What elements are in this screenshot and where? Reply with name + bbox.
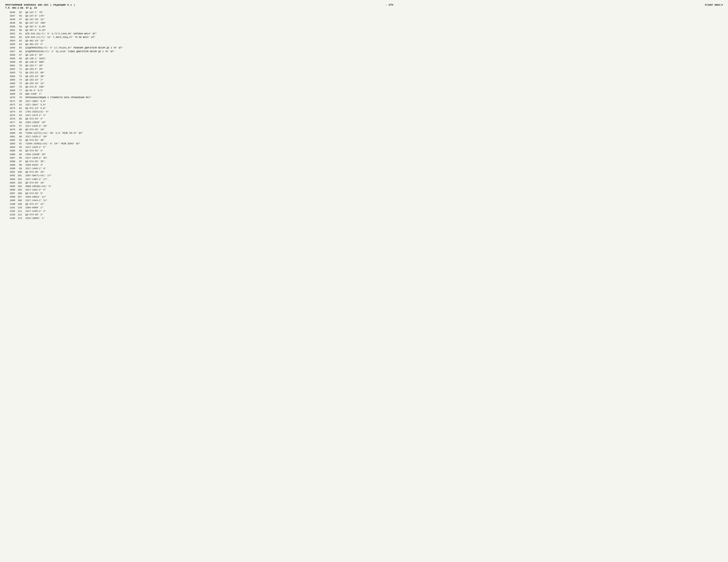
row-desc: Ц85-1169' 1* — [25, 92, 723, 96]
table-row: 1089 98 1504-6410' 4* — [5, 163, 723, 167]
table-row: 1054 63 Ц8-461-19' 21* — [5, 39, 723, 43]
table-row: 1049 58 Ц8-147-14' 180* — [5, 21, 723, 25]
table-row: 1061 70 Ц8-153-7' 28* — [5, 64, 723, 67]
row-desc: Ц8-574-55' 35*. — [25, 160, 723, 163]
table-row: 1092 101 1507-5047(=14)' 17* — [5, 174, 723, 177]
row-num2: 81 — [16, 103, 25, 107]
row-desc: 1701-3325(14)' 4* — [25, 110, 723, 114]
table-row: 1066 75 Ц8-153-16' 12* — [5, 82, 723, 85]
row-num2: 108 — [16, 199, 25, 202]
row-num1: 1048 — [5, 18, 16, 21]
row-desc: Т1504-12272(=14)' 56' 5,6' РЕЛЕ ПЗ-37' Ш… — [25, 131, 723, 135]
row-desc: Ц8-147-7' 70* — [25, 11, 723, 14]
row-desc: 1504-12025' 10* — [25, 121, 723, 124]
row-num1: 1077 — [5, 121, 16, 124]
table-row: 1076 85 Ц8-574-54' 4* — [5, 117, 723, 121]
row-num1: 1099 — [5, 199, 16, 202]
row-num1: 1074 — [5, 110, 16, 114]
table-row: 1052 61 ЦТ8-534-15(=7)' 9' 4,71*2,14#0,0… — [5, 32, 723, 36]
row-num2: 106 — [16, 192, 25, 195]
row-num2: 113 — [16, 216, 25, 220]
table-row: 1046 55 Ц8-147-7' 70* — [5, 11, 723, 14]
row-desc: Ц8-153-14' 30* — [25, 75, 723, 78]
row-num1: 1069 — [5, 92, 16, 96]
table-row: 1060 69 Ц8-148-9' 600* — [5, 60, 723, 64]
row-num1: 1068 — [5, 89, 16, 92]
row-desc: ЦТЦБПРИЛ1П150(=7)' 4' 19,1#18' СУШКА ДВИ… — [25, 50, 723, 53]
row-num1: 1079 — [5, 128, 16, 131]
table-row: 1062 71 Ц8-153-5' 20* — [5, 67, 723, 71]
row-num1: 1085 — [5, 149, 16, 153]
row-num1: 1078 — [5, 124, 16, 128]
row-desc: 1524-19061' 1* — [25, 216, 723, 220]
row-num1: 1061 — [5, 64, 16, 67]
row-num2: 95 — [16, 153, 25, 156]
row-num1: 1047 — [5, 14, 16, 18]
row-num1: 1072 — [5, 103, 16, 107]
row-desc: Ц8-153-5' 20* — [25, 67, 723, 71]
row-desc: 1517-1429-2' 5* — [25, 145, 723, 149]
table-row: 1079 88 Ц8-574-55' 10* — [5, 128, 723, 131]
row-num1: 1059 — [5, 57, 16, 60]
row-num2: 100 — [16, 170, 25, 174]
row-num1: 1098 — [5, 195, 16, 199]
row-desc: 1504-6409' 1* — [25, 206, 723, 209]
row-num2: 79 — [16, 96, 25, 99]
row-num1: 1051 — [5, 29, 16, 32]
row-num1: 1060 — [5, 60, 16, 64]
row-num1: 1091 — [5, 170, 16, 174]
row-num2: 110 — [16, 206, 25, 209]
row-num1: 1103 — [5, 213, 16, 216]
row-desc: 1504-18011' 11* — [25, 195, 723, 199]
row-desc: Ц8-461-24' 4* — [25, 43, 723, 46]
row-num1: 1094 — [5, 181, 16, 185]
row-num2: 99 — [16, 167, 25, 170]
row-num1: 1101 — [5, 206, 16, 209]
row-num2: 62 — [16, 36, 25, 39]
table-row: 1072 81 1517-1041' 5,8* — [5, 103, 723, 107]
row-desc: 1517-1446-2' 4* — [25, 167, 723, 170]
row-desc: 1517-1429-2' 10* — [25, 124, 723, 128]
row-num1: 1050 — [5, 25, 16, 29]
table-row: 1068 77 Ц8-91-4' 0,5* — [5, 89, 723, 92]
row-num2: 86 — [16, 121, 25, 124]
table-row: 1100 109 Ц8-574-47' 11* — [5, 202, 723, 206]
table-row: 1073 82 Ц8-571-13' 5,8* — [5, 107, 723, 110]
row-num2: 109 — [16, 202, 25, 206]
row-desc: Ц8-574-50' 16* — [25, 170, 723, 174]
row-desc: 1517-1429-2' 35* — [25, 156, 723, 160]
row-desc: 1517-1429-2' 36* — [25, 135, 723, 138]
row-num2: 101 — [16, 174, 25, 177]
row-num1: 1066 — [5, 82, 16, 85]
table-row: 1080 89 Т1504-12272(=14)' 56' 5,6' РЕЛЕ … — [5, 131, 723, 135]
table-row: 1088 97 Ц8-574-55' 35*. — [5, 160, 723, 163]
row-num2: 107 — [16, 195, 25, 199]
table-row: 1064 73 Ц8-153-14' 30* — [5, 75, 723, 78]
table-row: 1099 108 1517-1444-2' 11* — [5, 199, 723, 202]
row-num1: 1102 — [5, 209, 16, 213]
row-desc: Ц8-472-6' 150* — [25, 85, 723, 89]
table-row: 1098 107 1504-18011' 11* — [5, 195, 723, 199]
row-num1: 1064 — [5, 75, 16, 78]
table-row: 1086 95 1504-15109' 35* — [5, 153, 723, 156]
row-num1: 1065 — [5, 78, 16, 82]
row-desc: Ц8-153-13' 66* — [25, 71, 723, 75]
row-desc: Ц8-147-10' 12* — [25, 18, 723, 21]
row-num2: 97 — [16, 160, 25, 163]
row-num2: 94 — [16, 149, 25, 153]
table-row: 1097 106 ЦА-574-56' 5* — [5, 192, 723, 195]
row-num2: 68 — [16, 57, 25, 60]
row-num1: 1082 — [5, 138, 16, 142]
row-num1: 1058 — [5, 53, 16, 57]
row-num1: 1092 — [5, 174, 16, 177]
row-num1: 1052 — [5, 32, 16, 36]
row-num1: 1084 — [5, 145, 16, 149]
row-num1: 1075 — [5, 114, 16, 117]
row-num1: 1062 — [5, 67, 16, 71]
row-num1: 1070 — [5, 96, 16, 99]
table-row: 1104 113 1524-19061' 1* — [5, 216, 723, 220]
row-num2: 71 — [16, 67, 25, 71]
row-desc: Ц8-147-8' 176* — [25, 14, 723, 18]
row-num2: 91 — [16, 138, 25, 142]
row-desc: Ц8-149-2' 55* — [25, 53, 723, 57]
